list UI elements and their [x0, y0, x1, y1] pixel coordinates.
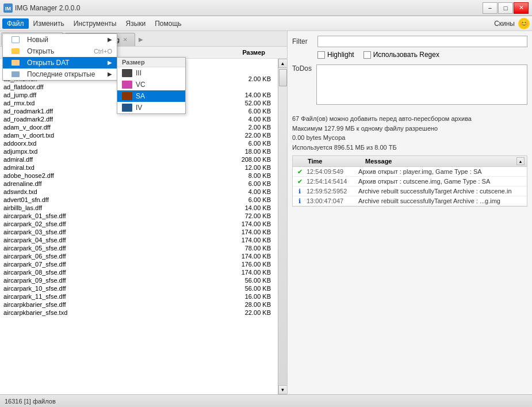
new-file-icon [12, 36, 20, 43]
submenu-vc[interactable]: VC [117, 79, 185, 90]
table-row[interactable]: adrenaline.dff6.00 KB [0, 180, 278, 188]
log-rows: ✔ 12:54:09:549 Архив открыт : player.img… [293, 167, 527, 206]
table-row[interactable]: admiral.txd12.00 KB [0, 163, 278, 172]
tabs-scroll-right[interactable]: ▶ [136, 32, 146, 46]
menu-new[interactable]: Новый ▶ [3, 34, 117, 45]
log-table: Time Message ▲ ✔ 12:54:09:549 Архив откр… [292, 155, 527, 207]
app-icon: IM [3, 3, 13, 13]
right-panel: Filter Highlight Использовать Regex ToDo… [288, 31, 532, 394]
filter-label: Filter [292, 37, 313, 45]
col-scroll-placeholder [277, 48, 287, 57]
table-row[interactable]: aircarpark_04_sfse.dff174.00 KB [0, 236, 278, 244]
table-row[interactable]: aircarpark_06_sfse.dff174.00 KB [0, 252, 278, 260]
todos-row: ToDos [292, 64, 527, 109]
table-row[interactable]: aircarpark_08_sfse.dff174.00 KB [0, 268, 278, 276]
table-row[interactable]: adam_v_doort.txd22.00 KB [0, 131, 278, 139]
minimize-button[interactable]: − [483, 2, 497, 14]
skins-area: Скины 😊 [494, 18, 530, 29]
highlight-checkbox[interactable]: Highlight [317, 51, 354, 59]
table-row[interactable]: aircarpark_03_sfse.dff174.00 KB [0, 228, 278, 236]
table-row[interactable]: addoorx.txd6.00 KB [0, 139, 278, 147]
icon-sa [122, 92, 132, 100]
table-row[interactable]: adam_v_door.dff2.00 KB [0, 123, 278, 131]
info-line: Используется 896.51 МБ из 8.00 ТБ [292, 143, 527, 153]
filter-input[interactable] [317, 36, 527, 47]
table-row[interactable]: aircarpkbarier_sfse.txd22.00 KB [0, 309, 278, 317]
file-menu-wrap: Файл Новый ▶ Открыть [2, 18, 29, 29]
log-status-icon: ℹ [295, 197, 304, 205]
info-line: 67 Файл(ов) можно добавить перед авто-пе… [292, 114, 527, 124]
scroll-thumb[interactable] [279, 69, 287, 86]
regex-checkbox[interactable]: Использовать Regex [363, 51, 439, 59]
menu-item-file[interactable]: Файл [2, 18, 29, 29]
opendat-icon [12, 60, 20, 66]
table-row[interactable]: advert01_sfn.dff6.00 KB [0, 196, 278, 204]
todos-textarea[interactable] [316, 64, 527, 105]
table-row[interactable]: aircarpark_11_sfse.dff16.00 KB [0, 292, 278, 301]
menu-recent[interactable]: Последние открытые ▶ [3, 69, 117, 80]
log-scroll-up[interactable]: ▲ [516, 157, 525, 165]
opendat-icon-area [7, 60, 24, 66]
submenu-header: Размер [117, 58, 185, 67]
highlight-label: Highlight [327, 51, 354, 59]
skins-label[interactable]: Скины [494, 20, 515, 28]
log-col-time: Time [304, 157, 362, 165]
tab-cutscene-close[interactable]: ✕ [122, 37, 129, 43]
log-scroll-col: ▲ [516, 157, 527, 165]
menu-item-tools[interactable]: Инструменты [69, 18, 121, 29]
status-bar: 16316 [1] файлов [0, 394, 532, 407]
title-bar-controls: − □ ✕ [483, 2, 529, 14]
regex-cb-box [363, 51, 371, 59]
table-row[interactable]: aircarpark_09_sfse.dff56.00 KB [0, 276, 278, 284]
main-area: player.img ✕ cutscene.img ✕ ▶ Размер daw… [0, 31, 532, 394]
table-row[interactable]: aircarpark_02_sfse.dff174.00 KB [0, 220, 278, 228]
log-row[interactable]: ℹ 12:59:52:5952 Archive rebuilt successf… [293, 187, 527, 196]
dat-submenu: Размер III VC SA [117, 57, 186, 114]
table-row[interactable]: adswrdx.txd4.00 KB [0, 188, 278, 196]
table-row[interactable]: aircarpark_05_sfse.dff78.00 KB [0, 244, 278, 252]
scroll-down-arrow[interactable]: ▼ [278, 385, 288, 394]
table-row[interactable]: airbillb_las.dff14.00 KB [0, 204, 278, 212]
title-bar-left: IM IMG Manager 2.0.0.0 [3, 3, 80, 13]
menu-item-languages[interactable]: Языки [121, 18, 150, 29]
filter-row: Filter [292, 36, 527, 47]
submenu-sa[interactable]: SA [117, 90, 185, 102]
menu-item-help[interactable]: Помощь [150, 18, 186, 29]
table-row[interactable]: adobe_hoose2.dff8.00 KB [0, 172, 278, 180]
log-col-message: Message [362, 157, 516, 165]
table-row[interactable]: aircarpark_01_sfse.dff72.00 KB [0, 212, 278, 220]
log-row[interactable]: ✔ 12:54:14:5414 Архив открыт : cutscene.… [293, 177, 527, 187]
smiley-icon[interactable]: 😊 [518, 18, 530, 29]
submenu-iv[interactable]: IV [117, 102, 185, 113]
new-icon-area [7, 36, 24, 43]
table-row[interactable]: admiral.dff208.00 KB [0, 155, 278, 163]
info-line: Максимум 127.99 МБ к одному файлу разреш… [292, 124, 527, 134]
table-row[interactable]: aircarpark_10_sfse.dff56.00 KB [0, 284, 278, 292]
icon-iii [122, 69, 132, 77]
table-row[interactable]: aircarpark_07_sfse.dff176.00 KB [0, 260, 278, 268]
scroll-up-arrow[interactable]: ▲ [278, 59, 288, 68]
maximize-button[interactable]: □ [498, 2, 513, 14]
log-row[interactable]: ✔ 12:54:09:549 Архив открыт : player.img… [293, 167, 527, 177]
todos-label: ToDos [292, 64, 312, 107]
regex-label: Использовать Regex [373, 51, 439, 59]
menu-open-dat[interactable]: Открыть DAT ▶ Размер III VC [3, 57, 117, 69]
info-text-area: 67 Файл(ов) можно добавить перед авто-пе… [292, 114, 527, 152]
menu-item-edit[interactable]: Изменить [29, 18, 69, 29]
open-file-icon [12, 48, 20, 54]
table-row[interactable]: ad_roadmark2.dff4.00 KB [0, 115, 278, 123]
menu-open[interactable]: Открыть Ctrl+O [3, 45, 117, 57]
highlight-cb-box [317, 51, 325, 59]
recent-icon [12, 71, 20, 77]
file-list-scrollbar[interactable]: ▲ ▼ [278, 59, 287, 394]
log-status-icon: ℹ [295, 187, 304, 195]
submenu-iii[interactable]: III [117, 67, 185, 79]
table-row[interactable]: adjumpx.txd18.00 KB [0, 147, 278, 155]
title-bar: IM IMG Manager 2.0.0.0 − □ ✕ [0, 0, 532, 16]
log-row[interactable]: ℹ 13:00:47:047 Archive rebuilt successfu… [293, 196, 527, 206]
info-line: 0.00 bytes Мусора [292, 133, 527, 143]
file-dropdown: Новый ▶ Открыть Ctrl+O [2, 33, 117, 81]
close-button[interactable]: ✕ [514, 2, 529, 14]
log-icon-col [293, 157, 304, 165]
table-row[interactable]: aircarpkbarier_sfse.dff28.00 KB [0, 301, 278, 309]
